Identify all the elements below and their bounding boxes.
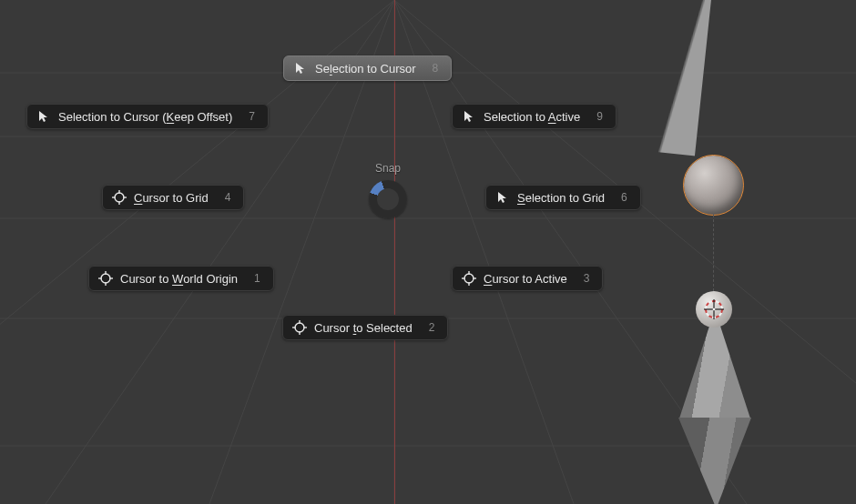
svg-point-17 [115, 193, 124, 202]
pie-direction-ring-icon [369, 180, 407, 218]
blender-3d-viewport[interactable]: Snap Selection to Cursor 8 Selection to … [0, 0, 856, 504]
pie-item-selection-to-active[interactable]: Selection to Active 9 [452, 104, 617, 129]
target-icon [112, 190, 127, 205]
pie-item-shortcut: 7 [249, 110, 255, 123]
pie-item-cursor-to-world-origin[interactable]: Cursor to World Origin 1 [88, 266, 274, 291]
pie-item-label: Selection to Cursor [315, 62, 416, 76]
pie-item-label: Selection to Cursor (Keep Offset) [58, 110, 232, 124]
pie-item-selection-to-cursor-keep-offset[interactable]: Selection to Cursor (Keep Offset) 7 [26, 104, 269, 129]
cursor-arrow-icon [462, 109, 476, 124]
pie-item-shortcut: 2 [429, 321, 435, 334]
scene-sphere-small[interactable] [696, 291, 732, 328]
pie-item-label: Cursor to Grid [134, 191, 209, 205]
cursor-arrow-icon [293, 61, 308, 76]
cursor-arrow-icon [36, 109, 51, 124]
pie-menu-center: Snap [369, 162, 407, 218]
pie-item-label: Selection to Grid [517, 191, 605, 205]
pie-item-shortcut: 4 [225, 191, 231, 204]
svg-point-27 [464, 274, 474, 283]
pie-item-shortcut: 6 [621, 191, 627, 204]
pie-item-shortcut: 9 [596, 110, 603, 123]
cursor-arrow-icon [495, 190, 510, 205]
scene-sphere-selected[interactable] [684, 156, 743, 215]
svg-point-22 [101, 274, 110, 283]
pie-item-selection-to-cursor[interactable]: Selection to Cursor 8 [283, 55, 452, 81]
pie-item-shortcut: 3 [584, 272, 590, 285]
pie-item-cursor-to-selected[interactable]: Cursor to Selected 2 [282, 315, 448, 340]
target-icon [462, 271, 476, 286]
pie-item-label: Selection to Active [484, 110, 580, 124]
pie-item-label: Cursor to World Origin [120, 272, 238, 286]
pie-item-selection-to-grid[interactable]: Selection to Grid 6 [485, 185, 641, 210]
svg-point-32 [295, 323, 304, 332]
target-icon [98, 271, 113, 286]
pie-item-shortcut: 8 [433, 62, 439, 75]
target-icon [292, 320, 307, 335]
pie-item-label: Cursor to Active [484, 272, 567, 286]
pie-item-cursor-to-grid[interactable]: Cursor to Grid 4 [102, 185, 244, 210]
pie-item-cursor-to-active[interactable]: Cursor to Active 3 [452, 266, 603, 291]
pie-item-label: Cursor to Selected [314, 321, 413, 335]
pie-item-shortcut: 1 [254, 272, 260, 285]
pie-menu-title: Snap [369, 162, 407, 175]
svg-line-10 [394, 0, 856, 504]
relationship-line [713, 215, 714, 291]
